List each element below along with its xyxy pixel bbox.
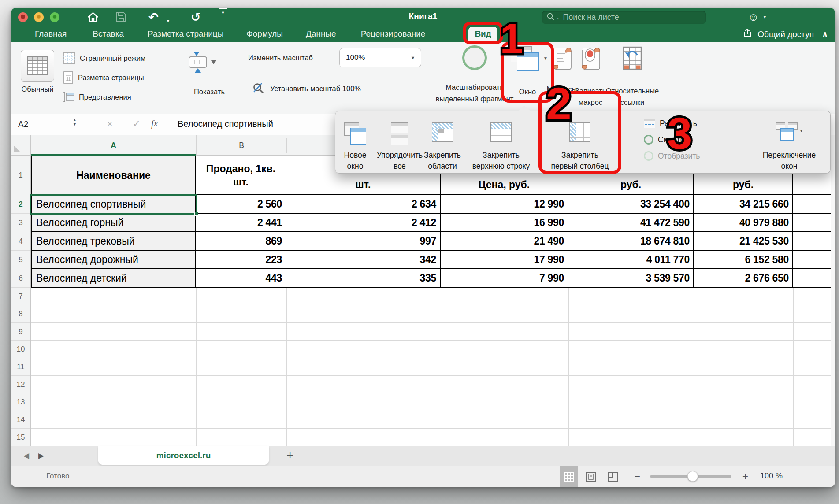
zoom-in-button[interactable]: + (742, 471, 748, 482)
add-sheet-button[interactable]: + (286, 448, 293, 462)
cell[interactable]: 997 (286, 232, 441, 251)
search-input[interactable]: ⌄ Поиск на листе (542, 11, 706, 24)
zoom-to-selection-button[interactable]: Масштабировать выделенный фрагмент (433, 82, 516, 104)
row-header[interactable]: 13 (11, 393, 30, 411)
cell-b1[interactable]: Продано, 1кв. шт. (196, 156, 286, 195)
cell[interactable]: 21 425 530 (694, 232, 793, 251)
page-layout-status-button[interactable] (582, 466, 600, 487)
tab-razmetka[interactable]: Разметка страницы (147, 27, 224, 42)
cell[interactable]: 21 490 (441, 232, 568, 251)
share-control[interactable]: Общий доступ (743, 28, 814, 40)
formula-input[interactable]: Велосипед спортивный (178, 119, 273, 129)
page-break-status-button[interactable] (604, 466, 622, 487)
cell[interactable]: 6 152 580 (694, 251, 793, 269)
show-button[interactable] (186, 51, 239, 75)
menu-item-switch-windows[interactable]: ▼ Переключение окон (752, 111, 827, 173)
cell[interactable] (793, 214, 831, 232)
menu-item-split[interactable]: Разделить (644, 117, 697, 130)
custom-views-button[interactable]: Представления (63, 90, 131, 104)
zoom-window-button[interactable] (50, 12, 59, 22)
cell[interactable]: 342 (286, 251, 441, 269)
vertical-scrollbar[interactable] (831, 135, 835, 446)
cell[interactable]: 2 560 (196, 195, 286, 214)
row-header[interactable]: 10 (11, 341, 30, 358)
cell[interactable]: 7 990 (441, 269, 568, 288)
empty-cells-area[interactable] (31, 288, 831, 446)
cell[interactable]: 869 (196, 232, 286, 251)
insert-function-button[interactable]: fx (151, 118, 158, 129)
undo-button[interactable]: ↶ (148, 8, 159, 26)
cell-a1[interactable]: Наименование (31, 156, 196, 195)
cell[interactable]: 2 441 (196, 214, 286, 232)
row-header[interactable]: 3 (11, 214, 30, 232)
menu-item-freeze-top-row[interactable]: Закрепить верхнюю строку (466, 111, 536, 173)
name-box-stepper[interactable]: ▲▼ (73, 118, 77, 126)
tab-recenzirovanie[interactable]: Рецензирование (360, 27, 427, 42)
row-header[interactable]: 5 (11, 251, 30, 269)
customize-toolbar-button[interactable]: ▼ (219, 8, 227, 26)
cell[interactable]: 16 990 (441, 214, 568, 232)
cell[interactable]: 18 674 810 (568, 232, 694, 251)
collapse-ribbon-button[interactable]: ∧ (822, 30, 828, 39)
sheet-tab-active[interactable]: microexcel.ru (98, 446, 269, 465)
row-header[interactable]: 9 (11, 323, 30, 341)
select-all-corner[interactable] (11, 135, 31, 156)
confirm-entry-button[interactable]: ✓ (133, 119, 141, 129)
redo-button[interactable]: ↺ (191, 8, 201, 26)
previous-sheet-button[interactable]: ◀ (23, 451, 29, 460)
menu-item-freeze-panes[interactable]: Закрепить области (419, 111, 466, 173)
tab-formuly[interactable]: Формулы (245, 27, 284, 42)
menu-item-hide[interactable]: Скрыть (644, 133, 684, 146)
row-header[interactable]: 1 (11, 156, 30, 195)
cell[interactable]: 2 412 (286, 214, 441, 232)
zoom-to-selection-icon[interactable] (462, 45, 487, 70)
menu-item-new-window[interactable]: Новое окно (336, 111, 374, 173)
row-header[interactable]: 7 (11, 288, 30, 305)
cell[interactable]: 34 215 660 (694, 195, 793, 214)
menu-item-arrange-all[interactable]: Упорядочить все (374, 111, 425, 173)
row-header[interactable]: 15 (11, 429, 30, 446)
close-window-button[interactable] (18, 12, 28, 22)
tab-glavnaya[interactable]: Главная (34, 27, 67, 42)
zoom-percentage[interactable]: 100 % (760, 471, 783, 481)
row-header[interactable]: 14 (11, 411, 30, 429)
cell[interactable]: 335 (286, 269, 441, 288)
cell[interactable] (793, 232, 831, 251)
home-button[interactable] (87, 8, 99, 26)
cell[interactable]: 2 634 (286, 195, 441, 214)
cell[interactable]: Велосипед горный (31, 214, 196, 232)
show-label[interactable]: Показать (186, 88, 232, 96)
cell[interactable]: 40 979 880 (694, 214, 793, 232)
save-button[interactable] (116, 8, 126, 26)
zoom-100-button[interactable]: Установить масштаб 100% (252, 82, 361, 95)
next-sheet-button[interactable]: ▶ (38, 451, 44, 460)
cancel-entry-button[interactable]: × (107, 119, 112, 129)
cell[interactable] (793, 269, 831, 288)
name-box[interactable]: A2 ▲▼ (11, 114, 90, 135)
zoom-slider-thumb[interactable] (687, 471, 698, 482)
cell[interactable]: Велосипед трековый (31, 232, 196, 251)
tab-dannye[interactable]: Данные (305, 27, 337, 42)
cell[interactable]: 3 539 570 (568, 269, 694, 288)
cell[interactable] (793, 195, 831, 214)
cell[interactable]: Велосипед дорожный (31, 251, 196, 269)
row-header[interactable]: 8 (11, 305, 30, 323)
menu-item-freeze-first-column[interactable]: Закрепить первый столбец 3 (545, 111, 615, 173)
cell[interactable]: 17 990 (441, 251, 568, 269)
tab-vid[interactable]: Вид 1 (468, 27, 497, 42)
page-break-view-button[interactable]: Страничный режим (63, 52, 145, 65)
relative-references-button[interactable]: Относительные ссылки (597, 46, 668, 72)
chevron-down-icon[interactable]: ▼ (763, 15, 767, 19)
menu-item-unhide[interactable]: Отобразить (644, 150, 700, 162)
normal-view-status-button[interactable] (560, 466, 578, 487)
page-layout-view-button[interactable]: Разметка страницы (63, 71, 144, 84)
normal-view-label[interactable]: Обычный (15, 85, 60, 93)
row-header[interactable]: 12 (11, 376, 30, 393)
tab-vstavka[interactable]: Вставка (92, 27, 125, 42)
zoom-combobox[interactable]: 100% ▼ (339, 48, 421, 67)
minimize-window-button[interactable] (34, 12, 44, 22)
cell[interactable]: 41 472 590 (568, 214, 694, 232)
cell[interactable]: 443 (196, 269, 286, 288)
row-header[interactable]: 11 (11, 358, 30, 376)
cell[interactable]: 223 (196, 251, 286, 269)
